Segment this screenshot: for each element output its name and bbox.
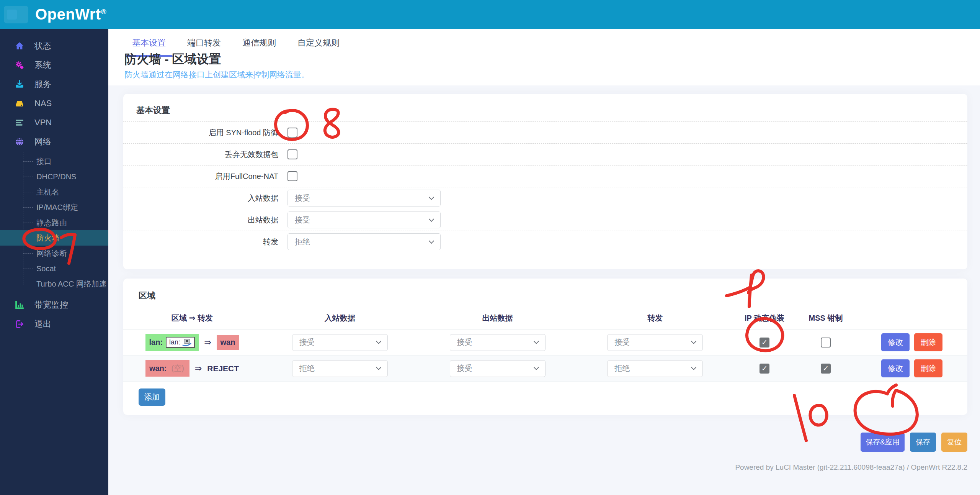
- col-input: 入站数据: [261, 313, 419, 323]
- zones-table-header: 区域 ⇒ 转发 入站数据 出站数据 转发 IP 动态伪装 MSS 钳制: [123, 307, 967, 329]
- sidebar: 状态 系统 服务 NAS VPN 网络 接口 DHCP/DNS 主机名: [0, 29, 108, 495]
- sidebar-item-hostname[interactable]: 主机名: [0, 184, 108, 200]
- content-scroll-area: 基本设置 启用 SYN-flood 防御 丢弃无效数据包 启用FullCone-…: [108, 85, 980, 495]
- reject-target-label: REJECT: [207, 364, 239, 373]
- lan-edit-button[interactable]: 修改: [881, 333, 910, 351]
- wan-forward-select[interactable]: 拒绝: [607, 360, 703, 377]
- col-masquerade: IP 动态伪装: [734, 313, 795, 323]
- save-button[interactable]: 保存: [910, 433, 936, 452]
- sidebar-toggle-icon: [7, 10, 17, 20]
- wan-edit-button[interactable]: 修改: [881, 359, 910, 377]
- page-title: 防火墙 - 区域设置: [124, 51, 221, 68]
- form-row-forward: 转发 拒绝: [123, 231, 967, 252]
- sidebar-item-static-routes[interactable]: 静态路由: [0, 215, 108, 230]
- chevron-down-icon: [691, 365, 696, 370]
- lan-forward-select[interactable]: 接受: [607, 334, 703, 351]
- tab-custom-rules[interactable]: 自定义规则: [291, 34, 346, 57]
- syn-flood-checkbox[interactable]: [287, 128, 297, 138]
- fullcone-nat-label: 启用FullCone-NAT: [123, 171, 278, 182]
- sidebar-item-interfaces[interactable]: 接口: [0, 154, 108, 169]
- sidebar-item-system[interactable]: 系统: [0, 56, 108, 75]
- syn-flood-label: 启用 SYN-flood 防御: [123, 128, 278, 138]
- basic-settings-heading: 基本设置: [123, 102, 967, 121]
- input-policy-select[interactable]: 接受: [287, 190, 441, 207]
- logout-icon: [14, 319, 25, 329]
- zones-heading: 区域: [123, 287, 967, 307]
- drop-invalid-checkbox[interactable]: [287, 149, 297, 159]
- lan-mss-checkbox[interactable]: [821, 338, 831, 347]
- lan-delete-button[interactable]: 删除: [914, 333, 942, 351]
- chevron-down-icon: [429, 194, 434, 200]
- sidebar-item-diagnostics[interactable]: 网络诊断: [0, 246, 108, 261]
- zone-row-lan: lan: lan: ⇒ wan 接受 接受 接受 修改 删除: [123, 329, 967, 356]
- wan-mss-checkbox[interactable]: [821, 364, 831, 374]
- sidebar-item-vpn[interactable]: VPN: [0, 113, 108, 132]
- sidebar-item-ip-mac-binding[interactable]: IP/MAC绑定: [0, 200, 108, 215]
- input-policy-label: 入站数据: [123, 193, 278, 203]
- tab-traffic-rules[interactable]: 通信规则: [235, 34, 283, 57]
- zone-row-wan: wan: (空) ⇒ REJECT 拒绝 接受 拒绝 修改 删除: [123, 356, 967, 382]
- zone-arrow: ⇒: [204, 338, 211, 347]
- wan-output-select[interactable]: 接受: [450, 360, 546, 377]
- form-row-syn-flood: 启用 SYN-flood 防御: [123, 121, 967, 143]
- save-apply-button[interactable]: 保存&应用: [861, 433, 905, 452]
- sidebar-item-network[interactable]: 网络: [0, 132, 108, 151]
- sidebar-item-firewall[interactable]: 防火墙: [0, 230, 108, 246]
- sidebar-item-socat[interactable]: Socat: [0, 261, 108, 276]
- lan-masquerade-checkbox[interactable]: [760, 338, 769, 347]
- wan-target-badge: wan: [217, 335, 239, 350]
- footer-credit: Powered by LuCI Master (git-22.211.60098…: [123, 463, 967, 472]
- sidebar-item-dhcp-dns[interactable]: DHCP/DNS: [0, 169, 108, 184]
- brand-logo[interactable]: OpenWrt®: [35, 6, 106, 23]
- ethernet-adapter-icon: [182, 339, 191, 346]
- lan-zone-badge: lan: lan:: [145, 334, 199, 351]
- chevron-down-icon: [533, 339, 539, 344]
- nas-drive-icon: [14, 98, 25, 108]
- page-header-area: 基本设置 端口转发 通信规则 自定义规则 防火墙 - 区域设置 防火墙通过在网络…: [108, 29, 980, 85]
- sidebar-toggle-button[interactable]: [4, 6, 28, 23]
- home-icon: [14, 41, 25, 51]
- sidebar-item-bandwidth-monitor[interactable]: 带宽监控: [0, 295, 108, 315]
- forward-policy-select[interactable]: 拒绝: [287, 233, 441, 250]
- col-zone-forward: 区域 ⇒ 转发: [123, 313, 261, 323]
- chevron-down-icon: [533, 365, 539, 370]
- col-mss: MSS 钳制: [795, 313, 856, 323]
- vpn-bars-icon: [14, 118, 25, 128]
- network-submenu: 接口 DHCP/DNS 主机名 IP/MAC绑定 静态路由 防火墙 网络诊断 S…: [0, 151, 108, 295]
- drop-invalid-label: 丢弃无效数据包: [123, 149, 278, 160]
- sidebar-item-nas[interactable]: NAS: [0, 94, 108, 113]
- output-policy-select[interactable]: 接受: [287, 211, 441, 228]
- forward-policy-label: 转发: [123, 237, 278, 247]
- col-forward: 转发: [576, 313, 734, 323]
- col-output: 出站数据: [419, 313, 577, 323]
- basic-settings-card: 基本设置 启用 SYN-flood 防御 丢弃无效数据包 启用FullCone-…: [123, 94, 967, 269]
- chevron-down-icon: [376, 339, 381, 344]
- top-header: OpenWrt®: [0, 0, 980, 29]
- chevron-down-icon: [429, 216, 434, 221]
- form-row-input: 入站数据 接受: [123, 187, 967, 209]
- wan-delete-button[interactable]: 删除: [914, 359, 942, 377]
- fullcone-nat-checkbox[interactable]: [287, 171, 297, 181]
- wan-masquerade-checkbox[interactable]: [760, 364, 769, 374]
- sidebar-item-status[interactable]: 状态: [0, 36, 108, 56]
- lan-input-select[interactable]: 接受: [292, 334, 388, 351]
- lan-output-select[interactable]: 接受: [450, 334, 546, 351]
- reset-button[interactable]: 复位: [941, 433, 967, 452]
- sidebar-item-logout[interactable]: 退出: [0, 315, 108, 334]
- zone-arrow: ⇒: [195, 364, 202, 374]
- wan-zone-badge: wan: (空): [145, 360, 189, 377]
- form-row-output: 出站数据 接受: [123, 209, 967, 231]
- chevron-down-icon: [429, 238, 434, 243]
- page-description: 防火墙通过在网络接口上创建区域来控制网络流量。: [124, 69, 309, 80]
- wan-empty-label: (空): [170, 363, 185, 374]
- download-icon: [14, 79, 25, 89]
- chevron-down-icon: [691, 339, 696, 344]
- wan-input-select[interactable]: 拒绝: [292, 360, 388, 377]
- sidebar-item-turbo-acc[interactable]: Turbo ACC 网络加速: [0, 276, 108, 292]
- add-zone-button[interactable]: 添加: [139, 388, 165, 406]
- sidebar-item-services[interactable]: 服务: [0, 75, 108, 94]
- form-row-drop-invalid: 丢弃无效数据包: [123, 143, 967, 165]
- bandwidth-chart-icon: [14, 300, 25, 310]
- main-content: 基本设置 端口转发 通信规则 自定义规则 防火墙 - 区域设置 防火墙通过在网络…: [108, 29, 980, 495]
- zones-card: 区域 区域 ⇒ 转发 入站数据 出站数据 转发 IP 动态伪装 MSS 钳制 l…: [123, 279, 967, 415]
